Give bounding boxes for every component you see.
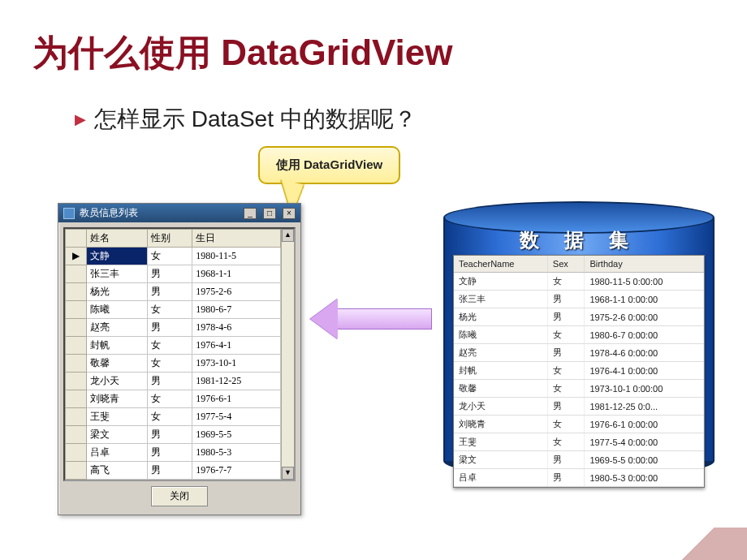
cell-birthday[interactable]: 1978-4-6 bbox=[192, 319, 281, 337]
row-header[interactable] bbox=[66, 462, 87, 480]
table-row: 陈曦女1980-6-7 0:00:00 bbox=[454, 326, 704, 344]
cell-birthday[interactable]: 1973-10-1 bbox=[192, 355, 281, 373]
scroll-track[interactable] bbox=[282, 242, 294, 467]
table-row[interactable]: 陈曦女1980-6-7 bbox=[66, 301, 281, 319]
row-header[interactable] bbox=[66, 301, 87, 319]
cell-sex[interactable]: 女 bbox=[148, 390, 192, 408]
row-header[interactable] bbox=[66, 444, 87, 462]
table-row[interactable]: 封帆女1976-4-1 bbox=[66, 337, 281, 355]
row-header[interactable] bbox=[66, 337, 87, 355]
scroll-down-icon[interactable]: ▼ bbox=[282, 467, 294, 480]
table-row[interactable]: 梁文男1969-5-5 bbox=[66, 426, 281, 444]
cell-sex[interactable]: 男 bbox=[148, 319, 192, 337]
table-row[interactable]: 高飞男1976-7-7 bbox=[66, 462, 281, 480]
cell-name[interactable]: 赵亮 bbox=[87, 319, 148, 337]
cell-birthday: 1976-4-1 0:00:00 bbox=[585, 362, 704, 380]
cell-birthday[interactable]: 1968-1-1 bbox=[192, 265, 281, 283]
cell-birthday[interactable]: 1977-5-4 bbox=[192, 408, 281, 426]
cell-name[interactable]: 封帆 bbox=[87, 337, 148, 355]
table-row[interactable]: ▶文静女1980-11-5 bbox=[66, 248, 281, 265]
cell-sex: 男 bbox=[547, 344, 585, 362]
table-row[interactable]: 张三丰男1968-1-1 bbox=[66, 265, 281, 283]
cell-name: 敬馨 bbox=[454, 380, 547, 398]
close-button[interactable]: 关闭 bbox=[151, 486, 208, 506]
table-row[interactable]: 刘晓青女1976-6-1 bbox=[66, 390, 281, 408]
cell-birthday[interactable]: 1980-11-5 bbox=[192, 248, 281, 265]
table-row[interactable]: 杨光男1975-2-6 bbox=[66, 283, 281, 301]
cell-name: 封帆 bbox=[454, 362, 547, 380]
callout-box: 使用 DataGridView bbox=[258, 146, 400, 184]
scrollbar[interactable]: ▲ ▼ bbox=[281, 229, 294, 480]
cell-sex: 男 bbox=[547, 469, 585, 487]
dgv-col-birthday[interactable]: 生日 bbox=[192, 230, 281, 248]
row-header[interactable] bbox=[66, 355, 87, 373]
cell-birthday[interactable]: 1976-7-7 bbox=[192, 462, 281, 480]
table-row[interactable]: 龙小天男1981-12-25 bbox=[66, 373, 281, 390]
cell-birthday: 1969-5-5 0:00:00 bbox=[585, 451, 704, 469]
cell-name[interactable]: 刘晓青 bbox=[87, 390, 148, 408]
bullet-text: 怎样显示 DataSet 中的数据呢？ bbox=[94, 104, 417, 135]
row-header[interactable]: ▶ bbox=[66, 248, 87, 265]
cell-name[interactable]: 吕卓 bbox=[87, 444, 148, 462]
cell-birthday[interactable]: 1981-12-25 bbox=[192, 373, 281, 390]
table-row: 封帆女1976-4-1 0:00:00 bbox=[454, 362, 704, 380]
cell-birthday[interactable]: 1976-4-1 bbox=[192, 337, 281, 355]
cell-name[interactable]: 杨光 bbox=[87, 283, 148, 301]
row-header[interactable] bbox=[66, 390, 87, 408]
cell-name[interactable]: 文静 bbox=[87, 248, 148, 265]
slide-title: 为什么使用 DataGridView bbox=[32, 29, 453, 77]
cell-sex[interactable]: 男 bbox=[148, 462, 192, 480]
table-row[interactable]: 赵亮男1978-4-6 bbox=[66, 319, 281, 337]
cell-birthday[interactable]: 1980-6-7 bbox=[192, 301, 281, 319]
dgv-corner[interactable] bbox=[66, 230, 87, 248]
cell-name[interactable]: 高飞 bbox=[87, 462, 148, 480]
table-row: 张三丰男1968-1-1 0:00:00 bbox=[454, 291, 704, 308]
table-row: 文静女1980-11-5 0:00:00 bbox=[454, 273, 704, 291]
cell-sex[interactable]: 男 bbox=[148, 283, 192, 301]
row-header[interactable] bbox=[66, 408, 87, 426]
cell-birthday[interactable]: 1969-5-5 bbox=[192, 426, 281, 444]
row-header[interactable] bbox=[66, 319, 87, 337]
cell-sex[interactable]: 女 bbox=[148, 337, 192, 355]
cell-name[interactable]: 陈曦 bbox=[87, 301, 148, 319]
cell-name[interactable]: 梁文 bbox=[87, 426, 148, 444]
cell-name[interactable]: 王斐 bbox=[87, 408, 148, 426]
cell-birthday[interactable]: 1975-2-6 bbox=[192, 283, 281, 301]
cell-birthday[interactable]: 1980-5-3 bbox=[192, 444, 281, 462]
dgv-col-name[interactable]: 姓名 bbox=[87, 230, 148, 248]
cell-sex[interactable]: 女 bbox=[148, 355, 192, 373]
minimize-button[interactable]: _ bbox=[244, 208, 257, 219]
table-row[interactable]: 吕卓男1980-5-3 bbox=[66, 444, 281, 462]
cell-name: 赵亮 bbox=[454, 344, 547, 362]
cell-name[interactable]: 敬馨 bbox=[87, 355, 148, 373]
ds-col-name: TeacherName bbox=[454, 256, 547, 273]
table-row: 吕卓男1980-5-3 0:00:00 bbox=[454, 469, 704, 487]
dgv-col-sex[interactable]: 性别 bbox=[148, 230, 192, 248]
cell-birthday[interactable]: 1976-6-1 bbox=[192, 390, 281, 408]
table-row[interactable]: 敬馨女1973-10-1 bbox=[66, 355, 281, 373]
maximize-button[interactable]: □ bbox=[263, 208, 276, 219]
cell-sex[interactable]: 女 bbox=[148, 301, 192, 319]
ds-col-birthday: Birthday bbox=[585, 256, 704, 273]
cell-sex[interactable]: 男 bbox=[148, 444, 192, 462]
cell-sex[interactable]: 女 bbox=[148, 408, 192, 426]
close-window-button[interactable]: × bbox=[283, 208, 296, 219]
row-header[interactable] bbox=[66, 426, 87, 444]
titlebar[interactable]: 教员信息列表 _ □ × bbox=[58, 204, 300, 222]
table-row: 龙小天男1981-12-25 0:0... bbox=[454, 398, 704, 416]
table-row: 梁文男1969-5-5 0:00:00 bbox=[454, 451, 704, 469]
cell-sex[interactable]: 女 bbox=[148, 248, 192, 265]
scroll-up-icon[interactable]: ▲ bbox=[282, 229, 294, 242]
datagridview[interactable]: 姓名 性别 生日 ▶文静女1980-11-5张三丰男1968-1-1杨光男197… bbox=[63, 227, 296, 481]
row-header[interactable] bbox=[66, 265, 87, 283]
table-row: 王斐女1977-5-4 0:00:00 bbox=[454, 433, 704, 451]
table-row[interactable]: 王斐女1977-5-4 bbox=[66, 408, 281, 426]
cell-name[interactable]: 张三丰 bbox=[87, 265, 148, 283]
cell-sex[interactable]: 男 bbox=[148, 426, 192, 444]
cell-sex[interactable]: 男 bbox=[148, 373, 192, 390]
cell-sex[interactable]: 男 bbox=[148, 265, 192, 283]
row-header[interactable] bbox=[66, 283, 87, 301]
cell-name[interactable]: 龙小天 bbox=[87, 373, 148, 390]
row-header[interactable] bbox=[66, 373, 87, 390]
cell-name: 张三丰 bbox=[454, 291, 547, 308]
